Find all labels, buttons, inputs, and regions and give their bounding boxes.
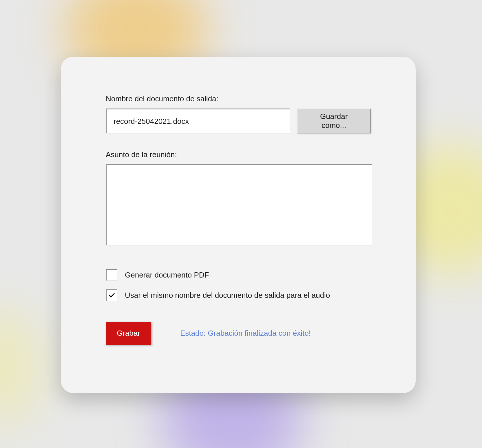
meeting-subject-textarea[interactable] — [106, 164, 372, 245]
generate-pdf-checkbox[interactable] — [106, 269, 117, 281]
same-name-audio-checkbox[interactable] — [106, 289, 117, 301]
checkmark-icon — [108, 292, 115, 299]
save-as-button[interactable]: Guardar como... — [297, 109, 371, 133]
recording-settings-panel: Nombre del documento de salida: Guardar … — [61, 57, 416, 393]
generate-pdf-label: Generar documento PDF — [125, 271, 209, 280]
same-name-audio-label: Usar el mismo nombre del documento de sa… — [125, 291, 330, 300]
record-button[interactable]: Grabar — [106, 322, 151, 345]
meeting-subject-label: Asunto de la reunión: — [106, 150, 371, 159]
status-text: Estado: Grabación finalizada con éxito! — [180, 329, 311, 338]
output-filename-input[interactable] — [106, 109, 290, 133]
output-document-name-label: Nombre del documento de salida: — [106, 94, 371, 103]
